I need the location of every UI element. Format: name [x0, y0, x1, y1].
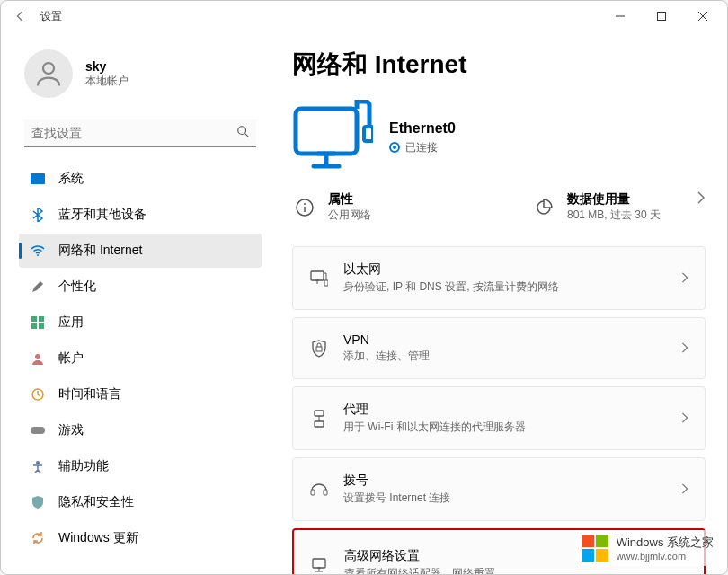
chevron-right-icon [681, 482, 688, 498]
svg-rect-7 [31, 173, 45, 184]
profile-sub: 本地帐户 [85, 74, 129, 89]
search-icon [236, 125, 249, 141]
card-sub: 查看所有网络适配器，网络重置 [344, 566, 688, 574]
svg-point-16 [36, 461, 40, 464]
vpn-shield-icon [309, 339, 329, 358]
nav-label: 游戏 [58, 422, 84, 438]
card-ethernet[interactable]: 以太网身份验证, IP 和 DNS 设置, 按流量计费的网络 [292, 246, 706, 310]
svg-point-5 [238, 127, 246, 135]
svg-rect-28 [324, 280, 328, 286]
nav-label: 个性化 [58, 279, 96, 295]
accessibility-icon [30, 458, 46, 474]
dialup-icon [309, 480, 329, 500]
nav-privacy[interactable]: 隐私和安全性 [19, 485, 262, 519]
info-icon [292, 195, 317, 220]
card-title: 拨号 [343, 473, 667, 489]
window-title: 设置 [40, 9, 62, 24]
watermark-text: Windows 系统之家 [617, 535, 714, 549]
nav-accounts[interactable]: 帐户 [19, 341, 262, 376]
svg-point-4 [43, 63, 54, 74]
card-proxy[interactable]: 代理用于 Wi-Fi 和以太网连接的代理服务器 [292, 386, 706, 450]
watermark: Windows 系统之家 www.bjjmlv.com [575, 530, 717, 566]
card-sub: 身份验证, IP 和 DNS 设置, 按流量计费的网络 [343, 279, 667, 295]
nav-label: 辅助功能 [58, 458, 109, 474]
nav-list: 系统 蓝牙和其他设备 网络和 Internet 个性化 应用 [19, 162, 262, 555]
card-dialup[interactable]: 拨号设置拨号 Internet 连接 [292, 457, 706, 521]
svg-rect-12 [39, 323, 44, 329]
svg-rect-9 [31, 316, 37, 322]
svg-rect-32 [315, 421, 324, 427]
update-icon [30, 530, 46, 546]
properties-title: 属性 [328, 191, 371, 208]
usage-title: 数据使用量 [567, 191, 661, 208]
properties-block[interactable]: 属性 公用网络 [292, 191, 371, 223]
minimize-button[interactable] [599, 2, 641, 31]
svg-rect-10 [39, 316, 44, 322]
brush-icon [30, 279, 46, 295]
data-usage-block[interactable]: 数据使用量 801 MB, 过去 30 天 [531, 191, 661, 223]
nav-system[interactable]: 系统 [19, 162, 262, 196]
apps-icon [30, 314, 46, 331]
info-row: 属性 公用网络 数据使用量 801 MB, 过去 30 天 [292, 191, 706, 223]
maximize-icon [657, 12, 666, 21]
back-button[interactable] [10, 5, 31, 27]
svg-rect-17 [296, 109, 357, 154]
chevron-right-icon [681, 270, 688, 287]
svg-rect-1 [658, 13, 666, 21]
search-input[interactable] [31, 126, 236, 140]
usage-sub: 801 MB, 过去 30 天 [567, 208, 661, 223]
chart-icon [531, 195, 556, 220]
nav-accessibility[interactable]: 辅助功能 [19, 449, 262, 483]
settings-cards: 以太网身份验证, IP 和 DNS 设置, 按流量计费的网络 VPN添加、连接、… [292, 246, 706, 574]
back-arrow-icon [14, 10, 27, 22]
svg-rect-40 [596, 535, 608, 547]
nav-label: 时间和语言 [58, 386, 121, 402]
nav-personalization[interactable]: 个性化 [19, 270, 262, 304]
person-icon [32, 58, 65, 90]
wifi-icon [30, 243, 46, 259]
profile-block[interactable]: sky 本地帐户 [19, 40, 262, 116]
svg-rect-35 [313, 559, 325, 568]
nav-time-language[interactable]: 时间和语言 [19, 377, 262, 411]
card-title: 以太网 [343, 261, 667, 278]
close-button[interactable] [682, 2, 724, 31]
avatar [24, 49, 73, 98]
minimize-icon [616, 12, 625, 21]
nav-label: 应用 [58, 314, 84, 331]
connected-indicator-icon [389, 142, 400, 153]
search-box[interactable] [24, 119, 256, 147]
chevron-right-icon [681, 411, 688, 427]
titlebar: 设置 [1, 1, 727, 31]
ethernet-icon [309, 269, 329, 288]
nav-apps[interactable]: 应用 [19, 305, 262, 340]
properties-sub: 公用网络 [328, 208, 371, 223]
sidebar: sky 本地帐户 系统 蓝牙和其他设备 网络和 I [1, 31, 271, 574]
nav-bluetooth[interactable]: 蓝牙和其他设备 [19, 198, 262, 232]
svg-rect-30 [315, 411, 324, 416]
chevron-right-icon [697, 191, 706, 208]
card-vpn[interactable]: VPN添加、连接、管理 [292, 317, 706, 379]
nav-label: 系统 [58, 171, 84, 187]
svg-point-8 [37, 254, 39, 256]
close-icon [698, 12, 707, 21]
connection-name: Ethernet0 [389, 120, 456, 137]
svg-rect-39 [582, 535, 594, 547]
network-status-block: Ethernet0 已连接 [292, 100, 706, 175]
svg-rect-29 [316, 347, 322, 351]
settings-window: 设置 sky 本地帐户 系统 [0, 0, 728, 575]
card-title: 代理 [343, 402, 667, 418]
nav-gaming[interactable]: 游戏 [19, 413, 262, 447]
nav-network[interactable]: 网络和 Internet [19, 234, 262, 268]
time-icon [30, 386, 46, 402]
svg-rect-41 [582, 549, 594, 562]
nav-update[interactable]: Windows 更新 [19, 521, 262, 555]
page-heading: 网络和 Internet [292, 48, 706, 82]
svg-rect-11 [31, 323, 37, 329]
card-sub: 添加、连接、管理 [343, 349, 667, 364]
watermark-url: www.bjjmlv.com [617, 551, 714, 562]
network-monitor-icon [292, 100, 373, 175]
system-icon [30, 171, 46, 187]
maximize-button[interactable] [641, 2, 682, 31]
shield-icon [30, 494, 46, 510]
card-title: VPN [343, 332, 667, 347]
